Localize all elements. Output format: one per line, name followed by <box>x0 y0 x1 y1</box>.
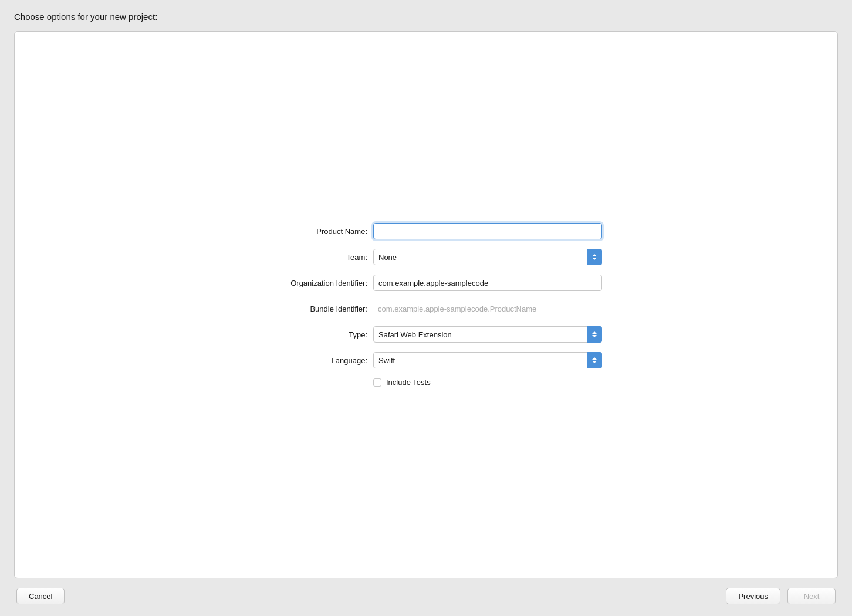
main-panel: Product Name: Team: None Add an Account.… <box>14 31 838 578</box>
type-row: Type: Safari Web Extension Safari Extens… <box>250 326 602 343</box>
previous-button[interactable]: Previous <box>726 588 780 604</box>
bundle-identifier-control: com.example.apple-samplecode.ProductName <box>373 300 602 317</box>
language-select[interactable]: Swift Objective-C <box>373 352 602 368</box>
bundle-identifier-value: com.example.apple-samplecode.ProductName <box>373 300 602 317</box>
type-control: Safari Web Extension Safari Extension <box>373 326 602 343</box>
next-button[interactable]: Next <box>787 588 836 604</box>
language-select-wrapper: Swift Objective-C <box>373 352 602 368</box>
team-select-wrapper: None Add an Account... <box>373 249 602 265</box>
cancel-button[interactable]: Cancel <box>16 588 65 604</box>
product-name-label: Product Name: <box>250 227 367 236</box>
type-select-wrapper: Safari Web Extension Safari Extension <box>373 326 602 343</box>
product-name-row: Product Name: <box>250 223 602 239</box>
org-identifier-control <box>373 275 602 291</box>
include-tests-label: Include Tests <box>386 378 431 387</box>
include-tests-row: Include Tests <box>373 378 602 387</box>
type-label: Type: <box>250 330 367 339</box>
type-select[interactable]: Safari Web Extension Safari Extension <box>373 326 602 343</box>
team-select[interactable]: None Add an Account... <box>373 249 602 265</box>
language-label: Language: <box>250 356 367 365</box>
footer-right: Previous Next <box>726 588 836 604</box>
product-name-control <box>373 223 602 239</box>
team-control: None Add an Account... <box>373 249 602 265</box>
product-name-input[interactable] <box>373 223 602 239</box>
language-row: Language: Swift Objective-C <box>250 352 602 368</box>
footer: Cancel Previous Next <box>14 588 838 604</box>
language-control: Swift Objective-C <box>373 352 602 368</box>
org-identifier-input[interactable] <box>373 275 602 291</box>
team-label: Team: <box>250 253 367 262</box>
page-title: Choose options for your new project: <box>14 12 838 22</box>
include-tests-checkbox[interactable] <box>373 378 381 387</box>
org-identifier-row: Organization Identifier: <box>250 275 602 291</box>
bundle-identifier-row: Bundle Identifier: com.example.apple-sam… <box>250 300 602 317</box>
team-row: Team: None Add an Account... <box>250 249 602 265</box>
form-container: Product Name: Team: None Add an Account.… <box>250 223 602 387</box>
org-identifier-label: Organization Identifier: <box>250 279 367 287</box>
bundle-identifier-label: Bundle Identifier: <box>250 304 367 313</box>
